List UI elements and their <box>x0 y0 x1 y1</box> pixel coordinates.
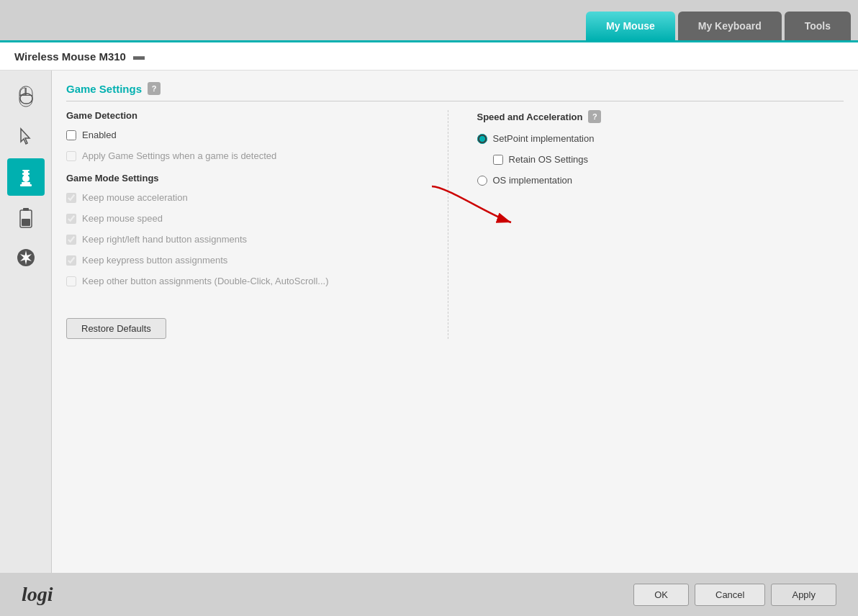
content-area: Game Settings ? Game Detection Enabled <box>52 71 858 573</box>
two-col-layout: Game Detection Enabled Apply Game Settin… <box>66 110 844 339</box>
ok-button[interactable]: OK <box>633 584 689 606</box>
svg-rect-3 <box>20 184 32 186</box>
keep-buttons-item: Keep right/left hand button assignments <box>66 234 433 245</box>
tab-tools[interactable]: Tools <box>785 12 851 40</box>
keep-accel-item: Keep mouse acceleration <box>66 192 433 203</box>
keep-keypress-label: Keep keypress button assignments <box>82 255 227 266</box>
logi-logo: logi <box>22 583 53 606</box>
sidebar <box>0 71 52 573</box>
keep-other-label: Keep other button assignments (Double-Cl… <box>82 276 329 286</box>
keep-buttons-label: Keep right/left hand button assignments <box>82 234 247 245</box>
keep-keypress-item: Keep keypress button assignments <box>66 255 433 266</box>
enabled-checkbox[interactable] <box>66 130 76 140</box>
game-settings-help-icon[interactable]: ? <box>148 82 161 95</box>
sidebar-item-game[interactable] <box>7 158 45 196</box>
main-inner: Wireless Mouse M310 ▬ <box>0 42 858 573</box>
tab-my-keyboard[interactable]: My Keyboard <box>678 12 782 40</box>
os-impl-label: OS implementation <box>493 175 573 186</box>
game-mode-settings-title: Game Mode Settings <box>66 173 433 184</box>
keep-buttons-checkbox[interactable] <box>66 235 76 245</box>
setpoint-radio-item: SetPoint implementation <box>477 133 844 144</box>
apply-when-detected-label: Apply Game Settings when a game is detec… <box>82 150 276 161</box>
os-impl-radio[interactable] <box>477 176 487 186</box>
battery-icon: ▬ <box>133 50 145 63</box>
speed-help-icon[interactable]: ? <box>588 110 601 123</box>
sidebar-item-pointer[interactable] <box>7 118 45 155</box>
apply-when-detected-item: Apply Game Settings when a game is detec… <box>66 150 433 161</box>
apply-button[interactable]: Apply <box>771 584 836 606</box>
enabled-label: Enabled <box>82 130 117 140</box>
retain-os-checkbox[interactable] <box>493 155 503 165</box>
section-title: Game Settings ? <box>66 82 844 101</box>
tab-my-mouse[interactable]: My Mouse <box>586 12 675 40</box>
restore-defaults-button[interactable]: Restore Defaults <box>66 318 166 339</box>
retain-os-item: Retain OS Settings <box>493 154 844 165</box>
retain-os-label: Retain OS Settings <box>509 154 589 165</box>
keep-other-checkbox[interactable] <box>66 276 76 286</box>
sidebar-item-mouse[interactable] <box>7 78 45 115</box>
main-container: Wireless Mouse M310 ▬ <box>0 40 858 573</box>
sidebar-item-more[interactable] <box>7 239 45 276</box>
device-name: Wireless Mouse M310 <box>14 50 126 63</box>
keep-other-item: Keep other button assignments (Double-Cl… <box>66 276 433 286</box>
bottom-bar: logi OK Cancel Apply <box>0 573 858 616</box>
enabled-checkbox-item: Enabled <box>66 130 433 140</box>
game-detection-title: Game Detection <box>66 110 433 121</box>
svg-rect-9 <box>22 170 30 171</box>
col-right: Speed and Acceleration ? SetPoint implem… <box>448 110 844 339</box>
setpoint-radio[interactable] <box>477 134 487 144</box>
os-impl-radio-item: OS implementation <box>477 175 844 186</box>
cancel-button[interactable]: Cancel <box>695 584 765 606</box>
svg-rect-12 <box>22 219 30 226</box>
apply-when-detected-checkbox[interactable] <box>66 151 76 161</box>
speed-title-text: Speed and Acceleration <box>477 112 583 122</box>
keep-keypress-checkbox[interactable] <box>66 255 76 266</box>
game-settings-title: Game Settings <box>66 83 142 95</box>
device-header: Wireless Mouse M310 ▬ <box>0 42 858 71</box>
keep-speed-label: Keep mouse speed <box>82 213 163 224</box>
keep-speed-checkbox[interactable] <box>66 214 76 224</box>
bottom-buttons: OK Cancel Apply <box>633 584 836 606</box>
speed-acceleration-title: Speed and Acceleration ? <box>477 110 844 123</box>
col-left: Game Detection Enabled Apply Game Settin… <box>66 110 448 339</box>
top-nav: My Mouse My Keyboard Tools <box>583 0 858 40</box>
setpoint-label: SetPoint implementation <box>493 133 595 144</box>
keep-speed-item: Keep mouse speed <box>66 213 433 224</box>
keep-accel-label: Keep mouse acceleration <box>82 192 188 203</box>
svg-rect-4 <box>22 182 30 184</box>
keep-accel-checkbox[interactable] <box>66 193 76 203</box>
svg-rect-11 <box>23 208 29 211</box>
sidebar-item-battery[interactable] <box>7 199 45 236</box>
